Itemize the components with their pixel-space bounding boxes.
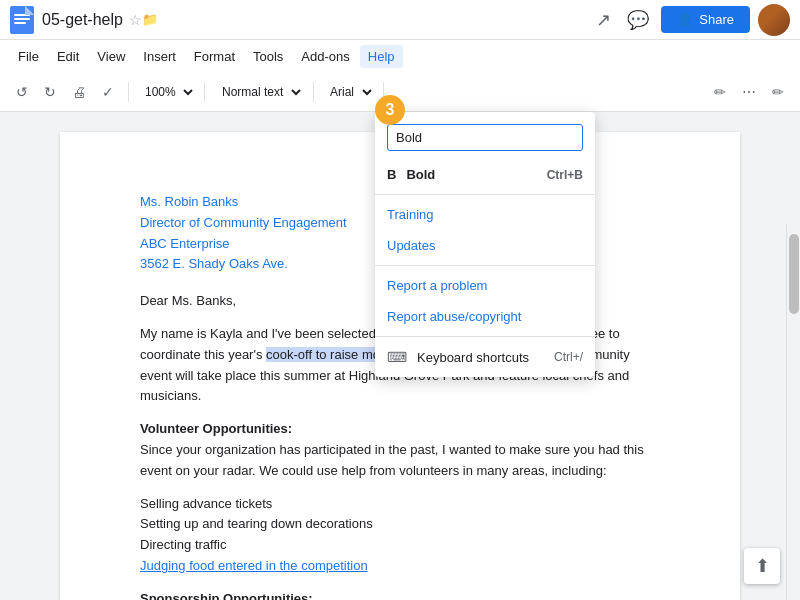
list-items: Selling advance tickets Setting up and t… — [140, 494, 660, 577]
divider-1 — [375, 194, 595, 195]
svg-rect-2 — [14, 18, 30, 20]
divider-3 — [375, 336, 595, 337]
undo-button[interactable]: ↺ — [10, 80, 34, 104]
docs-icon — [10, 6, 34, 34]
svg-rect-3 — [14, 22, 26, 24]
redo-button[interactable]: ↻ — [38, 80, 62, 104]
help-dropdown: B Bold Ctrl+B Training Updates Report a … — [375, 112, 595, 377]
menu-help[interactable]: Help — [360, 45, 403, 68]
toolbar-separator-1 — [128, 82, 129, 102]
keyboard-shortcuts-label: Keyboard shortcuts — [417, 350, 529, 365]
bold-menu-item[interactable]: B Bold Ctrl+B — [375, 159, 595, 190]
keyboard-icon: ⌨ — [387, 349, 407, 365]
font-select[interactable]: Arial — [322, 82, 375, 102]
list-item: Directing traffic — [140, 535, 660, 556]
scrollbar[interactable] — [786, 224, 800, 600]
scrollbar-thumb[interactable] — [789, 234, 799, 314]
menu-bar: File Edit View Insert Format Tools Add-o… — [0, 40, 800, 72]
menu-format[interactable]: Format — [186, 45, 243, 68]
spellcheck-button[interactable]: ✓ — [96, 80, 120, 104]
menu-file[interactable]: File — [10, 45, 47, 68]
volunteer-heading: Volunteer Opportunities: — [140, 419, 660, 440]
training-menu-item[interactable]: Training — [375, 199, 595, 230]
style-select[interactable]: Normal text — [213, 81, 305, 103]
comment-button[interactable]: 💬 — [623, 5, 653, 35]
menu-tools[interactable]: Tools — [245, 45, 291, 68]
keyboard-shortcuts-item[interactable]: ⌨ Keyboard shortcuts Ctrl+/ — [375, 341, 595, 373]
menu-insert[interactable]: Insert — [135, 45, 184, 68]
help-search-input[interactable] — [387, 124, 583, 151]
title-bar: 05-get-help ☆ 📁 ↗ 💬 👤 Share — [0, 0, 800, 40]
report-problem-item[interactable]: Report a problem — [375, 270, 595, 301]
more-button[interactable]: ⋯ — [736, 80, 762, 104]
toolbar-separator-2 — [204, 82, 205, 102]
bottom-action-button[interactable]: ⬆ — [744, 548, 780, 584]
report-problem-label: Report a problem — [387, 278, 487, 293]
sponsorship-heading: Sponsorship Opportunities: — [140, 589, 660, 600]
zoom-select[interactable]: 100% — [137, 82, 196, 102]
keyboard-shortcut: Ctrl+/ — [554, 350, 583, 364]
print-button[interactable]: 🖨 — [66, 80, 92, 104]
menu-view[interactable]: View — [89, 45, 133, 68]
trend-button[interactable]: ↗ — [592, 5, 615, 35]
divider-2 — [375, 265, 595, 266]
bottom-icon-glyph: ⬆ — [755, 555, 770, 577]
toolbar-separator-3 — [313, 82, 314, 102]
folder-icon[interactable]: 📁 — [142, 12, 158, 27]
bold-icon: B — [387, 167, 396, 182]
search-wrap — [375, 116, 595, 159]
list-item: Setting up and tearing down decorations — [140, 514, 660, 535]
doc-title: 05-get-help — [42, 11, 123, 29]
report-abuse-item[interactable]: Report abuse/copyright — [375, 301, 595, 332]
brush-button[interactable]: ✏ — [766, 80, 790, 104]
bold-shortcut: Ctrl+B — [547, 168, 583, 182]
report-abuse-label: Report abuse/copyright — [387, 309, 521, 324]
share-icon: 👤 — [677, 12, 693, 27]
user-avatar[interactable] — [758, 4, 790, 36]
menu-edit[interactable]: Edit — [49, 45, 87, 68]
bold-label: Bold — [406, 167, 435, 182]
pen-button[interactable]: ✏ — [708, 80, 732, 104]
share-button[interactable]: 👤 Share — [661, 6, 750, 33]
badge-3: 3 — [375, 95, 405, 125]
star-icon[interactable]: ☆ — [129, 12, 142, 28]
list-item: Selling advance tickets — [140, 494, 660, 515]
training-label: Training — [387, 207, 433, 222]
updates-menu-item[interactable]: Updates — [375, 230, 595, 261]
updates-label: Updates — [387, 238, 435, 253]
list-item: Judging food entered in the competition — [140, 556, 660, 577]
sponsorship-section: Sponsorship Opportunities: As you know, … — [140, 589, 660, 600]
menu-addons[interactable]: Add-ons — [293, 45, 357, 68]
volunteer-para: Since your organization has participated… — [140, 440, 660, 482]
